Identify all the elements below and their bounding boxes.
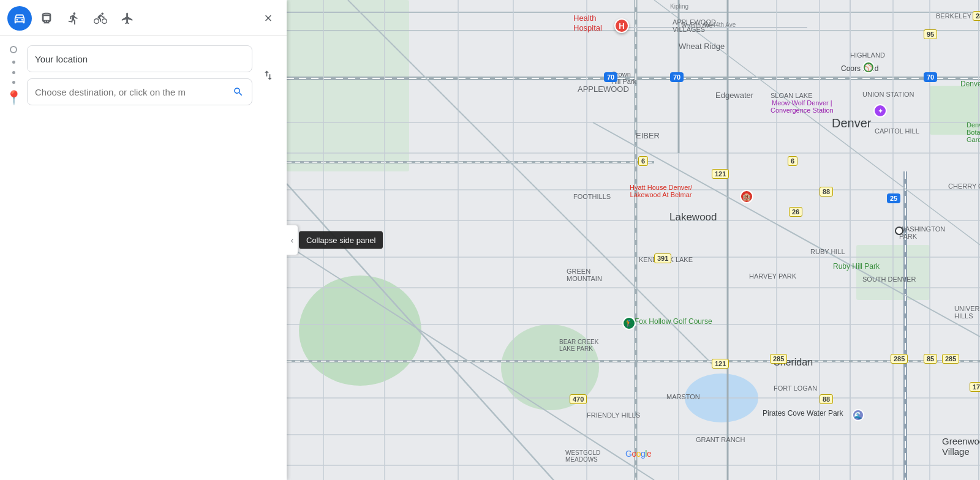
walking-mode-button[interactable] <box>61 6 86 31</box>
inputs-area: 📍 <box>0 36 287 114</box>
hyatthouse-pin[interactable]: 🏨 <box>740 190 753 203</box>
destination-pin-icon: 📍 <box>6 91 22 105</box>
svg-rect-6 <box>930 86 980 135</box>
collapse-side-panel-button[interactable]: ‹ <box>287 225 298 255</box>
side-panel: × 📍 <box>0 0 287 480</box>
svg-point-1 <box>21 19 23 21</box>
origin-dot <box>10 46 17 53</box>
coorsfield-pin[interactable]: ⚾ <box>862 61 875 73</box>
flight-mode-button[interactable] <box>115 6 140 31</box>
driving-mode-button[interactable] <box>7 6 32 31</box>
route-dot-1 <box>12 61 15 64</box>
destination-wrapper <box>27 78 252 105</box>
transport-bar: × <box>0 0 287 36</box>
cycling-mode-button[interactable] <box>88 6 113 31</box>
swap-directions-button[interactable] <box>257 64 279 86</box>
foxhollow-pin[interactable]: 🏌 <box>622 317 636 330</box>
origin-input[interactable] <box>27 45 252 72</box>
close-directions-button[interactable]: × <box>257 7 279 29</box>
svg-point-0 <box>17 19 18 21</box>
svg-rect-3 <box>287 0 409 171</box>
collapse-icon: ‹ <box>291 236 293 245</box>
search-destination-button[interactable] <box>230 84 246 100</box>
destination-input[interactable] <box>27 78 252 105</box>
route-dot-2 <box>12 71 15 74</box>
inputs-fields <box>27 45 252 105</box>
google-logo: Google <box>625 449 784 459</box>
piratescove-pin[interactable]: 🌊 <box>852 409 864 421</box>
healthhospital-pin[interactable]: H <box>614 18 629 33</box>
svg-point-5 <box>501 324 599 410</box>
map-circle-marker <box>895 227 903 235</box>
route-dot-3 <box>12 81 15 84</box>
map-area[interactable]: Denver Lakewood Wheat Ridge APPLEWOODVIL… <box>287 0 980 480</box>
transit-mode-button[interactable] <box>34 6 59 31</box>
meowwolf-pin[interactable]: ✦ <box>873 104 887 118</box>
route-dots: 📍 <box>0 45 27 106</box>
